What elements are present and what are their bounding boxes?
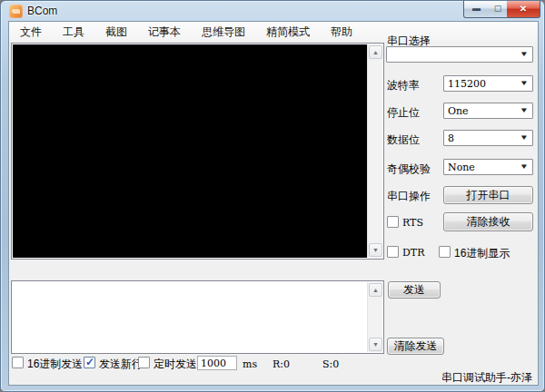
minimize-icon: ▬ (472, 4, 481, 13)
rts-label: RTS (402, 217, 423, 229)
dtr-label: DTR (402, 247, 424, 259)
dropdown-arrow-icon: ▼ (520, 134, 529, 142)
port-select-dropdown[interactable]: ▼ (386, 46, 533, 63)
open-port-button-label: 打开串口 (467, 188, 510, 203)
menu-item-file[interactable]: 文件 (14, 23, 48, 42)
open-port-button[interactable]: 打开串口 (443, 186, 533, 204)
hex-display-checkbox[interactable]: ✓ (439, 246, 451, 258)
scroll-up-icon: ▲ (372, 49, 379, 55)
scroll-up-button[interactable]: ▲ (369, 283, 382, 297)
parity-dropdown[interactable]: None ▼ (443, 159, 533, 175)
clear-receive-button-label: 清除接收 (467, 214, 510, 230)
menu-item-tools[interactable]: 工具 (56, 23, 91, 42)
menu-item-mindmap[interactable]: 思维导图 (195, 23, 252, 42)
receive-area-container: ▲ ▼ (11, 43, 384, 260)
timed-send-checkbox[interactable]: ✓ (138, 357, 150, 368)
data-bits-label: 数据位 (387, 132, 420, 148)
dtr-checkbox[interactable]: ✓ (387, 246, 399, 258)
stop-bits-dropdown[interactable]: One ▼ (443, 103, 533, 119)
maximize-icon: ▢ (494, 4, 502, 13)
check-icon: ✓ (85, 358, 94, 368)
send-button-label: 发送 (403, 282, 425, 298)
hex-send-label: 16进制发送 (27, 357, 83, 372)
close-button[interactable]: ✕ (507, 1, 540, 18)
menu-item-simple-mode[interactable]: 精简模式 (260, 23, 316, 42)
window-title: BCom (27, 5, 57, 17)
baud-rate-dropdown[interactable]: 115200 ▼ (443, 75, 533, 92)
scroll-up-icon: ▲ (372, 287, 379, 293)
received-counter: R:0 (272, 358, 290, 370)
scroll-up-button[interactable]: ▲ (369, 45, 382, 59)
send-newline-checkbox[interactable]: ✓ (84, 357, 95, 368)
rts-checkbox[interactable]: ✓ (387, 216, 399, 228)
send-input[interactable] (13, 282, 367, 352)
parity-value: None (448, 162, 475, 173)
stop-bits-label: 停止位 (387, 105, 420, 121)
scroll-down-button[interactable]: ▼ (369, 338, 382, 351)
send-newline-label: 发送新行 (99, 357, 143, 372)
baud-rate-label: 波特率 (387, 78, 420, 93)
titlebar[interactable]: BCom ▬ ▢ ✕ (1, 1, 544, 21)
dropdown-arrow-icon: ▼ (520, 163, 529, 171)
data-bits-dropdown[interactable]: 8 ▼ (443, 130, 533, 146)
stop-bits-value: One (448, 105, 469, 117)
hex-display-label: 16进制显示 (454, 246, 510, 261)
send-button[interactable]: 发送 (388, 281, 441, 299)
client-area: 文件 工具 截图 记事本 思维导图 精简模式 帮助 ▲ ▼ ▲ ▼ ✓ (8, 21, 539, 386)
data-bits-value: 8 (448, 132, 454, 144)
bottom-options-bar: ✓ 16进制发送 ✓ 发送新行 ✓ 定时发送 ms R:0 S:0 (9, 356, 391, 377)
port-operation-label: 串口操作 (387, 189, 431, 204)
menu-bar: 文件 工具 截图 记事本 思维导图 精简模式 帮助 (9, 22, 538, 42)
clear-send-button[interactable]: 清除发送 (387, 338, 444, 355)
app-icon (9, 5, 23, 18)
receive-terminal[interactable] (13, 44, 367, 258)
timed-send-label: 定时发送 (154, 357, 197, 372)
menu-item-notepad[interactable]: 记事本 (142, 23, 187, 42)
hex-send-checkbox[interactable]: ✓ (12, 357, 24, 368)
dropdown-arrow-icon: ▼ (520, 51, 529, 58)
scroll-down-icon: ▼ (372, 247, 379, 253)
maximize-button[interactable]: ▢ (489, 1, 508, 18)
dropdown-arrow-icon: ▼ (520, 80, 529, 87)
close-icon: ✕ (520, 4, 527, 14)
minimize-button[interactable]: ▬ (463, 1, 490, 18)
baud-rate-value: 115200 (448, 78, 486, 90)
scroll-down-icon: ▼ (372, 341, 379, 348)
interval-input[interactable] (197, 356, 237, 370)
clear-receive-button[interactable]: 清除接收 (443, 212, 533, 231)
menu-item-help[interactable]: 帮助 (324, 23, 359, 42)
receive-scrollbar[interactable]: ▲ ▼ (367, 44, 382, 258)
app-window: BCom ▬ ▢ ✕ 文件 工具 截图 记事本 思维导图 精简模式 帮助 ▲ ▼ (0, 0, 545, 392)
send-area-container: ▲ ▼ (11, 280, 384, 354)
menu-item-screenshot[interactable]: 截图 (99, 23, 134, 42)
send-scrollbar[interactable]: ▲ ▼ (367, 282, 382, 352)
interval-unit-label: ms (243, 358, 257, 370)
clear-send-button-label: 清除发送 (394, 338, 438, 354)
dropdown-arrow-icon: ▼ (520, 107, 529, 114)
sent-counter: S:0 (322, 358, 339, 370)
parity-label: 奇偶校验 (387, 162, 431, 177)
app-credit-text: 串口调试助手-亦泽 (441, 370, 532, 386)
scroll-down-button[interactable]: ▼ (369, 243, 382, 257)
